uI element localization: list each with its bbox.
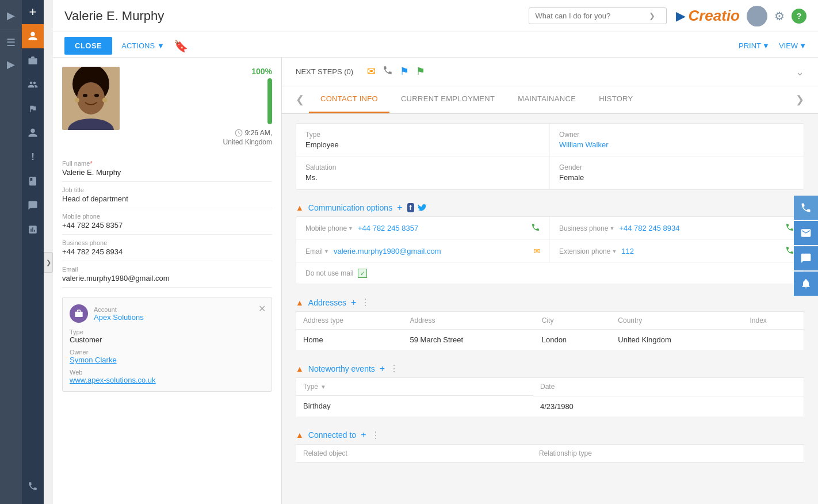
search-box[interactable]: ❯ <box>529 7 667 24</box>
noteworthy-section-title[interactable]: Noteworthy events <box>308 364 375 373</box>
svg-point-7 <box>94 94 99 97</box>
business-phone-comm-value[interactable]: +44 782 245 8934 <box>619 224 679 232</box>
email-send-icon[interactable]: ✉ <box>534 247 540 255</box>
account-card-close-icon[interactable]: ✕ <box>258 303 266 314</box>
extension-call-icon[interactable] <box>785 246 794 257</box>
nav-flags[interactable] <box>22 97 44 121</box>
sidebar-collapse-button[interactable]: ❯ <box>44 252 53 273</box>
facebook-icon[interactable]: f <box>407 203 414 212</box>
creatio-logo: ▶ Creatio <box>676 7 740 25</box>
account-name[interactable]: Apex Solutions <box>94 313 144 322</box>
rail-menu-icon[interactable]: ☰ <box>0 32 22 54</box>
noteworthy-menu-icon[interactable]: ⋮ <box>389 363 399 374</box>
do-not-mail-checkbox[interactable]: ✓ <box>358 269 367 278</box>
rail-expand-icon[interactable]: ▶ <box>0 5 22 26</box>
nav-reports[interactable] <box>22 217 44 242</box>
call-fab-button[interactable] <box>794 196 818 220</box>
tabs-prev-icon[interactable]: ❮ <box>296 93 304 106</box>
settings-gear-icon[interactable]: ⚙ <box>774 9 785 23</box>
email-comm-label: Email ▼ <box>305 247 329 255</box>
profile-fields: Full name* Valerie E. Murphy Job title H… <box>53 155 281 297</box>
help-button[interactable]: ? <box>792 9 806 24</box>
event-type-sort-icon[interactable]: ▼ <box>320 384 326 390</box>
next-steps-bar: NEXT STEPS (0) ✉ ⚑ ⚑ ⌄ <box>282 58 818 86</box>
type-value: Employee <box>305 140 540 149</box>
icon-rail: ▶ ☰ ▶ <box>0 0 22 504</box>
account-owner-label: Owner <box>70 349 265 356</box>
account-card: Account Apex Solutions ✕ Type Customer O… <box>62 297 272 392</box>
tabs-next-icon[interactable]: ❯ <box>796 93 804 106</box>
chat-fab-button[interactable] <box>794 246 818 270</box>
noteworthy-section-header: ▲ Noteworthy events + ⋮ <box>296 357 804 377</box>
noteworthy-add-icon[interactable]: + <box>380 364 385 374</box>
addresses-section-title[interactable]: Addresses <box>308 298 346 307</box>
nav-chat[interactable] <box>22 193 44 217</box>
notify-fab-button[interactable] <box>794 272 818 296</box>
extension-dropdown-icon[interactable]: ▼ <box>611 249 617 254</box>
nav-groups[interactable] <box>22 72 44 97</box>
phone-activity-icon[interactable] <box>383 65 393 78</box>
mobile-phone-comm-value[interactable]: +44 782 245 8357 <box>358 224 418 232</box>
print-button[interactable]: PRINT ▼ <box>739 41 770 50</box>
addresses-section-header: ▲ Addresses + ⋮ <box>296 291 804 311</box>
svg-rect-12 <box>75 312 82 317</box>
profile-top: 100% <box>53 58 281 155</box>
noteworthy-toggle-icon[interactable]: ▲ <box>296 364 304 373</box>
comm-row-1: Mobile phone ▼ +44 782 245 8357 <box>296 217 804 240</box>
business-dropdown-icon[interactable]: ▼ <box>609 226 614 231</box>
business-phone-label: Business phone <box>62 239 272 246</box>
connected-to-section-title[interactable]: Connected to <box>308 430 356 440</box>
table-row: Birthday 4/23/1980 <box>296 396 804 417</box>
next-steps-expand-icon[interactable]: ⌄ <box>796 66 804 78</box>
nav-accounts[interactable] <box>22 48 44 72</box>
close-button[interactable]: CLOSE <box>64 37 112 55</box>
tab-current-employment[interactable]: CURRENT EMPLOYMENT <box>389 86 506 113</box>
nav-knowledge[interactable] <box>22 169 44 193</box>
flag-activity-icon[interactable]: ⚑ <box>416 65 425 78</box>
view-button[interactable]: VIEW ▼ <box>779 41 806 50</box>
tab-contact-info[interactable]: CONTACT INFO <box>309 86 389 113</box>
tab-history[interactable]: HISTORY <box>587 86 644 113</box>
type-cell: Type Employee <box>296 124 550 156</box>
addresses-add-icon[interactable]: + <box>351 297 356 308</box>
task-activity-icon[interactable]: ⚑ <box>400 65 409 78</box>
email-comm-cell: Email ▼ valerie.murphy1980@gmail.com ✉ <box>296 240 550 262</box>
nav-phone[interactable] <box>22 474 44 498</box>
account-owner-value[interactable]: Symon Clarke <box>70 356 265 364</box>
twitter-icon[interactable] <box>418 203 427 213</box>
nav-alerts[interactable]: ! <box>22 145 44 169</box>
mobile-call-icon[interactable] <box>531 223 540 234</box>
tab-maintainance[interactable]: MAINTAINANCE <box>506 86 587 113</box>
connected-toggle-icon[interactable]: ▲ <box>296 430 304 440</box>
nav-contacts[interactable] <box>22 24 44 48</box>
comm-section-toggle-icon[interactable]: ▲ <box>296 203 304 212</box>
right-fab-panel <box>794 196 818 296</box>
connected-menu-icon[interactable]: ⋮ <box>371 430 380 441</box>
salutation-label: Salutation <box>305 163 540 171</box>
mobile-dropdown-icon[interactable]: ▼ <box>348 226 353 231</box>
connected-add-icon[interactable]: + <box>361 430 366 440</box>
account-web-value[interactable]: www.apex-solutions.co.uk <box>70 376 265 384</box>
email-activity-icon[interactable]: ✉ <box>367 65 376 78</box>
account-type-value: Customer <box>70 335 265 344</box>
nav-add[interactable]: + <box>22 0 44 24</box>
top-header: Valerie E. Murphy ❯ ▶ Creatio ⚙ ? <box>53 0 818 32</box>
detail-panel: NEXT STEPS (0) ✉ ⚑ ⚑ ⌄ ❮ CONTA <box>282 58 818 504</box>
tag-icon[interactable]: 🔖 <box>174 39 188 53</box>
email-fab-button[interactable] <box>794 221 818 245</box>
actions-button[interactable]: ACTIONS ▼ <box>121 41 165 50</box>
search-input[interactable] <box>535 12 644 20</box>
business-call-icon[interactable] <box>785 223 794 234</box>
account-icon <box>70 304 88 323</box>
email-comm-value[interactable]: valerie.murphy1980@gmail.com <box>334 247 441 255</box>
comm-section-title[interactable]: Communication options <box>308 203 392 212</box>
email-dropdown-icon[interactable]: ▼ <box>324 249 329 254</box>
rail-activity-icon[interactable]: ▶ <box>0 54 22 75</box>
col-related-object: Related object <box>296 444 532 462</box>
addresses-menu-icon[interactable]: ⋮ <box>361 297 370 308</box>
comm-add-icon[interactable]: + <box>397 203 402 213</box>
user-avatar[interactable] <box>747 6 767 26</box>
owner-value[interactable]: William Walker <box>559 140 794 149</box>
addresses-toggle-icon[interactable]: ▲ <box>296 298 304 307</box>
nav-users[interactable] <box>22 121 44 145</box>
